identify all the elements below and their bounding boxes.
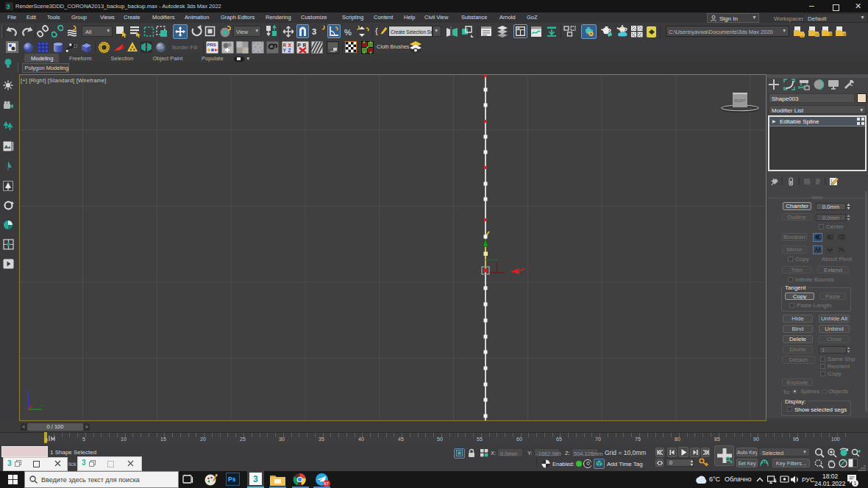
svg-text:Z: Z — [288, 48, 291, 53]
svg-text:Z: Z — [26, 388, 29, 392]
svg-text:RIGHT: RIGHT — [735, 99, 746, 103]
svg-text:P: P — [298, 43, 302, 48]
svg-text:C: C — [242, 46, 246, 53]
svg-text:R: R — [303, 43, 307, 48]
svg-text:Y: Y — [283, 48, 287, 53]
svg-text:R: R — [283, 43, 287, 48]
svg-text:Y: Y — [40, 403, 43, 408]
svg-text:X: X — [288, 43, 292, 48]
svg-text:PRS: PRS — [207, 43, 216, 47]
